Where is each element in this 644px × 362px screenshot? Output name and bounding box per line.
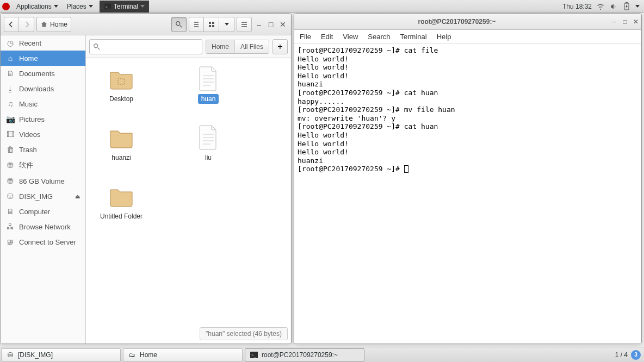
item-liu[interactable]: liu [178, 126, 238, 163]
panel-right: Thu 18:32 [562, 2, 644, 11]
sidebar-recent[interactable]: ◷Recent [1, 35, 85, 51]
search-icon [93, 43, 101, 51]
view-group [189, 17, 234, 32]
hamburger-button[interactable] [237, 17, 252, 32]
active-window-button[interactable]: >_ Terminal [100, 1, 149, 13]
view-icons-button[interactable] [204, 17, 219, 32]
menu-view[interactable]: View [343, 33, 358, 41]
terminal-body[interactable]: [root@PC201709270259 ~]# cat file Hello … [294, 44, 641, 344]
task-terminal[interactable]: >_ root@PC201709270259:~ [245, 348, 364, 361]
minimize-button[interactable]: – [254, 20, 264, 29]
drive-icon: ⛁ [6, 351, 15, 359]
menu-search[interactable]: Search [368, 33, 390, 41]
folder-icon [108, 67, 134, 91]
terminal-titlebar[interactable]: root@PC201709270259:~ – □ ✕ [294, 14, 641, 30]
battery-icon[interactable] [622, 2, 631, 11]
sidebar-downloads[interactable]: ⭳Downloads [1, 81, 85, 96]
applications-menu[interactable]: Applications [12, 1, 63, 12]
menu-terminal[interactable]: Terminal [400, 33, 427, 41]
svg-text:>_: >_ [251, 353, 257, 358]
item-label: Untitled Folder [97, 211, 146, 221]
sidebar-videos[interactable]: 🎞Videos [1, 127, 85, 142]
pathbar: Home All Files + [86, 35, 291, 58]
search-toggle[interactable] [171, 17, 187, 32]
sidebar-music[interactable]: ♫Music [1, 96, 85, 111]
task-home[interactable]: 🗂 Home [123, 348, 243, 361]
folder-icon [108, 126, 134, 149]
sidebar-browse-network[interactable]: 🖧Browse Network [1, 219, 85, 234]
notification-badge[interactable]: 3 [631, 350, 641, 360]
music-icon: ♫ [6, 99, 15, 108]
document-icon: 🗎 [6, 69, 15, 78]
add-location-button[interactable]: + [273, 39, 288, 54]
volume-icon[interactable] [609, 2, 618, 11]
sidebar-documents[interactable]: 🗎Documents [1, 66, 85, 81]
icon-view[interactable]: Desktop huan huanzi liu [86, 58, 291, 344]
minimize-button[interactable]: – [609, 18, 620, 26]
home-icon: ⌂ [6, 54, 15, 63]
svg-rect-7 [209, 25, 211, 27]
menu-edit[interactable]: Edit [321, 33, 333, 41]
home-button[interactable]: Home [36, 17, 71, 32]
download-icon: ⭳ [6, 84, 15, 93]
nav-group [4, 17, 34, 32]
eject-icon[interactable]: ⏏ [75, 194, 80, 199]
task-disk-img[interactable]: ⛁ [DISK_IMG] [1, 348, 121, 361]
drive-icon: ⛃ [6, 177, 15, 185]
svg-text:>_: >_ [105, 4, 109, 9]
clock[interactable]: Thu 18:32 [562, 3, 592, 10]
maximize-button[interactable]: □ [266, 20, 276, 29]
terminal-menu: File Edit View Search Terminal Help [294, 30, 641, 44]
network-icon: 🖧 [6, 222, 15, 231]
view-dropdown[interactable] [219, 17, 234, 32]
svg-rect-8 [212, 25, 214, 27]
svg-rect-3 [626, 2, 628, 3]
close-button[interactable]: ✕ [630, 18, 641, 26]
sidebar-volume[interactable]: ⛃86 GB Volume [1, 173, 85, 189]
window-title: root@PC201709270259:~ [305, 18, 609, 26]
item-untitled-folder[interactable]: Untitled Folder [91, 184, 151, 221]
sidebar-pictures[interactable]: 📷Pictures [1, 111, 85, 127]
svg-point-4 [176, 21, 180, 25]
item-huanzi[interactable]: huanzi [91, 126, 151, 163]
forward-button[interactable] [19, 17, 34, 32]
wifi-icon[interactable] [596, 2, 605, 11]
distro-icon[interactable] [2, 3, 10, 10]
panel-left: Applications Places >_ Terminal [0, 1, 149, 13]
item-label: Desktop [106, 94, 137, 104]
menu-file[interactable]: File [300, 33, 311, 41]
path-chips: Home All Files [206, 40, 269, 54]
video-icon: 🎞 [6, 130, 15, 139]
system-menu-icon[interactable] [635, 5, 640, 8]
maximize-button[interactable]: □ [620, 18, 630, 26]
trash-icon: 🗑 [6, 145, 15, 154]
sidebar-home[interactable]: ⌂Home [1, 51, 85, 66]
search-icon [175, 21, 183, 28]
path-home[interactable]: Home [206, 40, 235, 53]
sidebar-software[interactable]: ⛃软件 [1, 157, 85, 173]
item-desktop[interactable]: Desktop [91, 67, 151, 104]
sidebar-connect-server[interactable]: 🖳Connect to Server [1, 234, 85, 249]
item-huan[interactable]: huan [178, 67, 238, 104]
chevron-down-icon [225, 23, 229, 26]
files-toolbar: Home – □ ✕ [1, 14, 291, 35]
path-allfiles[interactable]: All Files [235, 40, 269, 53]
menu-help[interactable]: Help [437, 33, 451, 41]
svg-point-9 [94, 43, 98, 47]
chevron-down-icon [54, 5, 58, 8]
workspace-indicator[interactable]: 1 / 4 [615, 351, 628, 359]
terminal-icon: >_ [250, 351, 258, 359]
sidebar-computer[interactable]: 🖥Computer [1, 204, 85, 219]
sidebar-disk-img[interactable]: ⛁DISK_IMG⏏ [1, 189, 85, 204]
back-button[interactable] [4, 17, 19, 32]
computer-icon: 🖥 [6, 207, 15, 216]
files-icon: 🗂 [128, 351, 137, 359]
chevron-down-icon [140, 5, 145, 8]
chevron-down-icon [89, 5, 93, 8]
search-input[interactable] [89, 39, 202, 54]
sidebar-trash[interactable]: 🗑Trash [1, 142, 85, 157]
places-menu[interactable]: Places [63, 1, 97, 12]
close-button[interactable]: ✕ [278, 20, 288, 29]
view-list-button[interactable] [189, 17, 204, 32]
file-icon [195, 67, 221, 91]
